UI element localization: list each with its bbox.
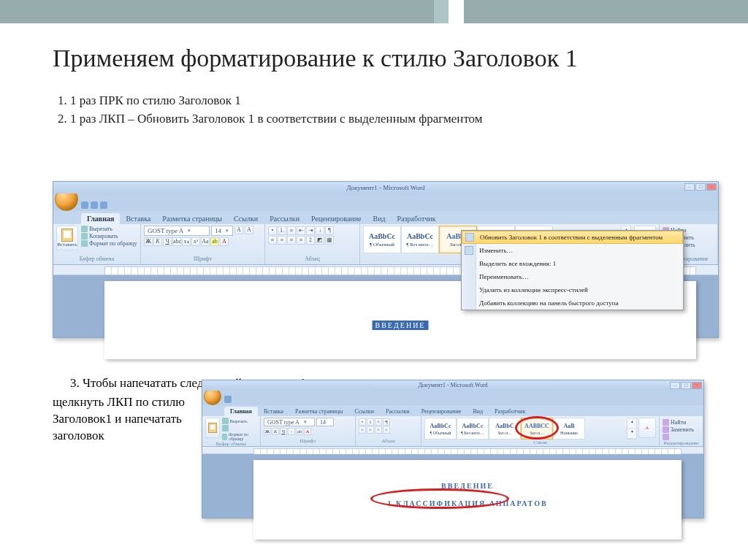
- replace-button[interactable]: Заменить: [663, 426, 700, 433]
- underline-button[interactable]: Ч: [163, 237, 172, 246]
- align-right-button[interactable]: ≡: [375, 426, 382, 434]
- show-marks-button[interactable]: ¶: [325, 226, 334, 235]
- font-color-button[interactable]: A: [220, 237, 229, 246]
- tab-home[interactable]: Главная: [81, 213, 120, 224]
- italic-button[interactable]: К: [153, 237, 162, 246]
- font-size-combo[interactable]: 14: [316, 418, 334, 426]
- align-left-button[interactable]: ≡: [268, 236, 277, 245]
- minimize-button[interactable]: –: [670, 382, 680, 389]
- tab-view[interactable]: Вид: [467, 407, 489, 416]
- underline-button[interactable]: Ч: [280, 428, 287, 435]
- document-area[interactable]: ВВЕДЕНИЕ 1 КЛАССИФИКАЦИЯ АППАРАТОВ: [202, 454, 703, 518]
- undo-icon[interactable]: [91, 202, 98, 209]
- tab-developer[interactable]: Разработчик: [392, 213, 442, 224]
- format-painter-button[interactable]: Формат по образцу: [81, 240, 137, 247]
- font-name-combo[interactable]: GOST type A▾: [144, 226, 210, 236]
- indent-inc-button[interactable]: ⇥: [306, 226, 315, 235]
- numbering-button[interactable]: 1.: [278, 226, 286, 235]
- multilevel-button[interactable]: ≡: [287, 226, 296, 235]
- indent-dec-button[interactable]: ⇤: [297, 226, 305, 235]
- tab-view[interactable]: Вид: [367, 213, 392, 224]
- tab-insert[interactable]: Вставка: [120, 213, 156, 224]
- tab-review[interactable]: Рецензирование: [416, 407, 468, 416]
- menu-modify[interactable]: Изменить…: [462, 244, 683, 257]
- align-center-button[interactable]: ≡: [367, 426, 374, 434]
- style-tile-title[interactable]: AaBНазвание: [553, 418, 585, 440]
- menu-rename[interactable]: Переименовать…: [462, 270, 683, 283]
- paste-button[interactable]: [205, 418, 220, 438]
- tab-layout[interactable]: Разметка страницы: [156, 213, 228, 224]
- minimize-button[interactable]: –: [684, 183, 695, 191]
- style-tile-heading1[interactable]: AaBbCЗагол…: [489, 418, 521, 440]
- paste-button[interactable]: Вставить: [56, 226, 78, 250]
- format-painter-button[interactable]: Формат по образцу: [222, 432, 257, 441]
- show-marks-button[interactable]: ¶: [383, 418, 390, 426]
- doc-heading-selected[interactable]: ВВЕДЕНИЕ: [373, 321, 429, 330]
- bold-button[interactable]: Ж: [264, 428, 271, 435]
- menu-remove-from-gallery[interactable]: Удалить из коллекции экспресс-стилей: [462, 283, 683, 296]
- shading-button[interactable]: ◩: [316, 236, 324, 245]
- tab-insert[interactable]: Вставка: [258, 407, 289, 416]
- copy-button[interactable]: Копировать: [81, 233, 137, 239]
- tab-home[interactable]: Главная: [224, 407, 258, 416]
- ruler[interactable]: [202, 447, 703, 454]
- redo-icon[interactable]: [100, 202, 107, 209]
- tab-references[interactable]: Ссылки: [228, 213, 264, 224]
- highlight-button[interactable]: ab: [296, 428, 303, 435]
- grow-font-button[interactable]: A: [234, 226, 243, 234]
- tab-mailings[interactable]: Рассылки: [380, 407, 416, 416]
- slide-content: Применяем форматирование к стилю Заголов…: [53, 44, 695, 129]
- font-size-combo[interactable]: 14▾: [211, 226, 233, 236]
- numbering-button[interactable]: 1: [367, 418, 374, 426]
- tab-references[interactable]: Ссылки: [348, 407, 380, 416]
- borders-button[interactable]: ▦: [325, 236, 334, 245]
- menu-select-all[interactable]: Выделить все вхождения: 1: [462, 257, 683, 270]
- cut-button[interactable]: Вырезать: [81, 226, 137, 232]
- font-name-combo[interactable]: GOST type A▾: [264, 418, 315, 426]
- superscript-button[interactable]: x²: [191, 237, 200, 246]
- align-right-button[interactable]: ≡: [287, 236, 296, 245]
- change-styles-button[interactable]: A: [638, 418, 656, 438]
- case-button[interactable]: Aa: [201, 237, 210, 246]
- style-tile-normal[interactable]: AaBbCc¶ Обычный: [363, 226, 401, 253]
- sort-button[interactable]: ↓: [316, 226, 324, 235]
- style-tile-heading2-selected[interactable]: AABBCCЗагол…: [521, 418, 553, 440]
- style-tile-nospacing[interactable]: AaBbCc¶ Без инте…: [457, 418, 489, 440]
- group-label: Буфер обмена: [56, 256, 137, 263]
- select-button[interactable]: [663, 434, 700, 440]
- bold-button[interactable]: Ж: [144, 237, 153, 246]
- tab-developer[interactable]: Разработчик: [489, 407, 531, 416]
- shrink-font-button[interactable]: A: [245, 226, 253, 234]
- align-left-button[interactable]: ≡: [359, 426, 366, 434]
- bullets-button[interactable]: •: [268, 226, 277, 235]
- subscript-button[interactable]: x₂: [182, 237, 191, 246]
- bullets-button[interactable]: •: [359, 418, 366, 426]
- save-icon[interactable]: [81, 202, 88, 209]
- italic-button[interactable]: К: [272, 428, 279, 435]
- cut-button[interactable]: Вырезать: [222, 418, 257, 424]
- strike-button[interactable]: abc: [172, 237, 181, 246]
- tab-mailings[interactable]: Рассылки: [264, 213, 305, 224]
- find-button[interactable]: Найти: [663, 419, 700, 426]
- maximize-button[interactable]: □: [695, 183, 706, 191]
- close-button[interactable]: ×: [706, 183, 717, 191]
- styles-scroll[interactable]: ▴▾: [627, 418, 637, 440]
- close-button[interactable]: ×: [692, 382, 702, 389]
- copy-button[interactable]: [222, 425, 257, 431]
- maximize-button[interactable]: □: [681, 382, 691, 389]
- style-tile-nospacing[interactable]: AaBbCc¶ Без инте…: [401, 226, 439, 253]
- line-spacing-button[interactable]: ‡: [306, 236, 315, 245]
- tab-review[interactable]: Рецензирование: [305, 213, 367, 224]
- style-tile-normal[interactable]: AaBbCc¶ Обычный: [424, 418, 457, 440]
- align-center-button[interactable]: ≡: [278, 236, 286, 245]
- justify-button[interactable]: ≡: [383, 426, 390, 434]
- tab-layout[interactable]: Разметка страницы: [289, 407, 348, 416]
- justify-button[interactable]: ≡: [297, 236, 305, 245]
- multilevel-button[interactable]: ≡: [375, 418, 382, 426]
- menu-update-from-selection[interactable]: Обновить Заголовок 1 в соответствии с вы…: [462, 231, 683, 244]
- font-color-button[interactable]: A: [304, 428, 311, 435]
- strike-button[interactable]: -: [288, 428, 295, 435]
- highlight-button[interactable]: ab: [210, 237, 219, 246]
- menu-add-to-qat[interactable]: Добавить коллекцию на панель быстрого до…: [462, 296, 683, 310]
- save-icon[interactable]: [224, 396, 232, 403]
